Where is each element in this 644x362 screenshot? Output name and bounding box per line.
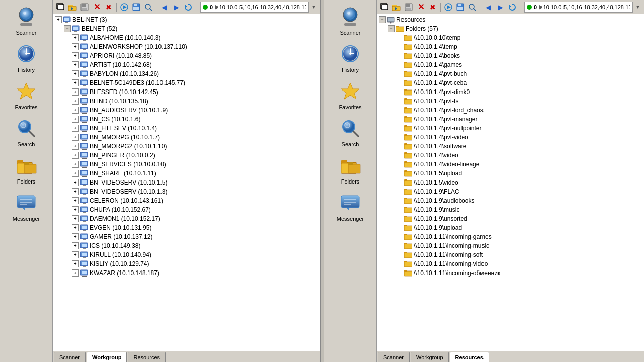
tree-item[interactable]: + BLIND (10.10.135.18) <box>53 97 320 106</box>
disconnect-btn-right[interactable]: ✖ <box>427 2 438 13</box>
tree-item[interactable]: \\10.10.1.4\pvt-video <box>377 133 644 142</box>
stop-btn-right[interactable]: ✕ <box>415 2 426 13</box>
tree-item[interactable]: \\10.10.1.11\incoming-games <box>377 232 644 241</box>
expand-btn[interactable]: + <box>72 188 79 195</box>
expand-btn[interactable]: + <box>72 107 79 114</box>
save2-btn-right[interactable] <box>455 2 466 13</box>
tree-item[interactable]: + BN_MMORPG2 (10.10.1.10) <box>53 142 320 151</box>
right-tab-scanner[interactable]: Scanner <box>378 352 410 362</box>
address-scroll-left[interactable]: ▼ <box>310 2 318 12</box>
tree-item[interactable]: + ALBAHOME (10.10.140.3) <box>53 33 320 42</box>
expand-btn[interactable]: + <box>72 52 79 59</box>
tree-item[interactable]: + BABYLON (10.10.134.26) <box>53 69 320 78</box>
stop-btn-left[interactable]: ✕ <box>91 2 102 13</box>
new-window-btn-right[interactable] <box>379 2 390 13</box>
tree-item[interactable]: + BN_CS (10.10.1.6) <box>53 115 320 124</box>
tree-item[interactable]: + BN_FILESEV (10.10.1.4) <box>53 124 320 133</box>
tree-item[interactable]: \\10.10.1.4\pvt-nullpointer <box>377 124 644 133</box>
tree-item[interactable]: + DAEMON1 (10.10.152.17) <box>53 214 320 223</box>
expand-btn[interactable]: + <box>72 116 79 123</box>
tree-item[interactable]: + BN_VIDEOSERV (10.10.1.3) <box>53 187 320 196</box>
save-btn-right[interactable] <box>403 2 414 13</box>
tree-item[interactable]: \\10.10.1.9\upload <box>377 223 644 232</box>
sidebar-item-scanner-left[interactable]: Scanner <box>4 2 49 38</box>
refresh-btn-right[interactable] <box>507 2 518 13</box>
tree-item[interactable]: \\10.10.1.4\pvt-dimk0 <box>377 87 644 97</box>
expand-folders-node[interactable]: − <box>388 25 395 32</box>
tree-item-belnet-root[interactable]: + BEL-NET (3) <box>53 15 320 24</box>
expand-btn[interactable]: + <box>72 98 79 105</box>
tree-item[interactable]: \\10.10.1.4\pvt-lord_chaos <box>377 106 644 115</box>
tree-item-folders-node[interactable]: − Folders (57) <box>377 24 644 33</box>
right-tab-resources[interactable]: Resources <box>450 352 489 362</box>
expand-btn[interactable]: + <box>72 233 79 240</box>
tree-item[interactable]: \\10.10.1.4\software <box>377 142 644 151</box>
tree-item[interactable]: \\10.10.1.5\upload <box>377 169 644 178</box>
left-tab-resources[interactable]: Resources <box>128 352 166 362</box>
tree-item[interactable]: \\10.10.1.4\pvt-manager <box>377 115 644 124</box>
tree-item[interactable]: \\10.10.1.11\incoming-soft <box>377 250 644 259</box>
expand-btn[interactable]: + <box>72 179 79 186</box>
tree-item[interactable]: + BN_VIDEOSERV (10.10.1.5) <box>53 178 320 187</box>
tree-item[interactable]: + ARTIST (10.10.142.68) <box>53 60 320 69</box>
tree-item[interactable]: + BN_SERVICES (10.10.0.10) <box>53 160 320 169</box>
left-tab-scanner[interactable]: Scanner <box>54 352 86 362</box>
address-scroll-right[interactable]: ▼ <box>634 2 642 12</box>
tree-item-resources[interactable]: − Resources <box>377 15 644 24</box>
tree-item[interactable]: \\10.10.1.9\audiobooks <box>377 196 644 205</box>
tree-item[interactable]: + BN_MMORPG (10.10.1.7) <box>53 133 320 142</box>
tree-item[interactable]: \\10.10.1.9\FLAC <box>377 187 644 196</box>
tree-item-belnet[interactable]: − BELNET (52) <box>53 24 320 33</box>
tree-item[interactable]: \\10.10.1.4\pvt-ceba <box>377 78 644 87</box>
refresh-btn-left[interactable] <box>183 2 194 13</box>
expand-btn[interactable]: + <box>72 269 79 277</box>
sidebar-item-messenger-right[interactable]: Messenger <box>328 188 373 224</box>
expand-btn[interactable]: + <box>72 170 79 177</box>
tree-item[interactable]: \\10.10.1.4\games <box>377 60 644 69</box>
tree-item[interactable]: + CELERON (10.10.143.161) <box>53 196 320 205</box>
expand-btn[interactable]: + <box>72 242 79 249</box>
sidebar-item-folders-right[interactable]: Folders <box>328 151 373 187</box>
open-btn-right[interactable] <box>391 2 402 13</box>
expand-btn[interactable]: + <box>72 34 79 41</box>
expand-resources[interactable]: − <box>379 16 386 23</box>
search2-btn-left[interactable] <box>143 2 154 13</box>
save2-btn-left[interactable] <box>131 2 142 13</box>
sidebar-item-search-left[interactable]: Search <box>4 114 49 150</box>
open-btn-left[interactable] <box>67 2 78 13</box>
expand-btn[interactable]: + <box>72 152 79 159</box>
expand-btn[interactable]: + <box>72 88 79 96</box>
expand-btn[interactable]: + <box>72 206 79 213</box>
tree-item[interactable]: \\10.10.1.9\unsorted <box>377 214 644 223</box>
tree-item[interactable]: \\10.10.1.11\incoming-video <box>377 259 644 268</box>
expand-btn[interactable]: + <box>72 125 79 132</box>
expand-btn[interactable]: + <box>72 224 79 231</box>
tree-item[interactable]: \\10.10.1.4\video <box>377 151 644 160</box>
left-tree-panel[interactable]: + BEL-NET (3) − <box>53 14 320 351</box>
tree-item[interactable]: \\10.10.1.9\music <box>377 205 644 214</box>
tree-item[interactable]: + APRIORI (10.10.48.85) <box>53 51 320 60</box>
expand-btn[interactable]: + <box>72 134 79 141</box>
tree-item[interactable]: + BELNET-5C149DE3 (10.10.145.77) <box>53 78 320 87</box>
tree-item[interactable]: + EVGEN (10.10.131.95) <box>53 223 320 232</box>
tree-item[interactable]: + CHUPA (10.10.152.67) <box>53 205 320 214</box>
tree-item[interactable]: + KISLIY (10.10.129.74) <box>53 259 320 268</box>
connect-btn-left[interactable] <box>119 2 130 13</box>
expand-btn[interactable]: + <box>72 161 79 168</box>
tree-item[interactable]: + BLESSED (10.10.142.45) <box>53 87 320 97</box>
tree-item[interactable]: + BN_PINGER (10.10.0.2) <box>53 151 320 160</box>
right-tab-workgroup[interactable]: Workgroup <box>411 352 449 362</box>
connect-btn-right[interactable] <box>443 2 454 13</box>
sidebar-item-search-right[interactable]: Search <box>328 114 373 150</box>
expand-btn[interactable]: + <box>72 215 79 222</box>
sidebar-item-folders-left[interactable]: Folders <box>4 151 49 187</box>
tree-item[interactable]: \\10.10.1.4\pvt-buch <box>377 69 644 78</box>
right-tree-panel[interactable]: − Resources − Folders (57) <box>377 14 644 351</box>
back-btn-right[interactable]: ◀ <box>482 2 494 13</box>
tree-item[interactable]: \\10.10.1.4\pvt-fs <box>377 97 644 106</box>
back-btn-left[interactable]: ◀ <box>158 2 170 13</box>
sidebar-item-scanner-right[interactable]: Scanner <box>328 2 373 38</box>
tree-item[interactable]: \\10.10.1.5\video <box>377 178 644 187</box>
tree-item[interactable]: + BN_SHARE (10.10.1.11) <box>53 169 320 178</box>
expand-btn[interactable]: + <box>72 260 79 267</box>
